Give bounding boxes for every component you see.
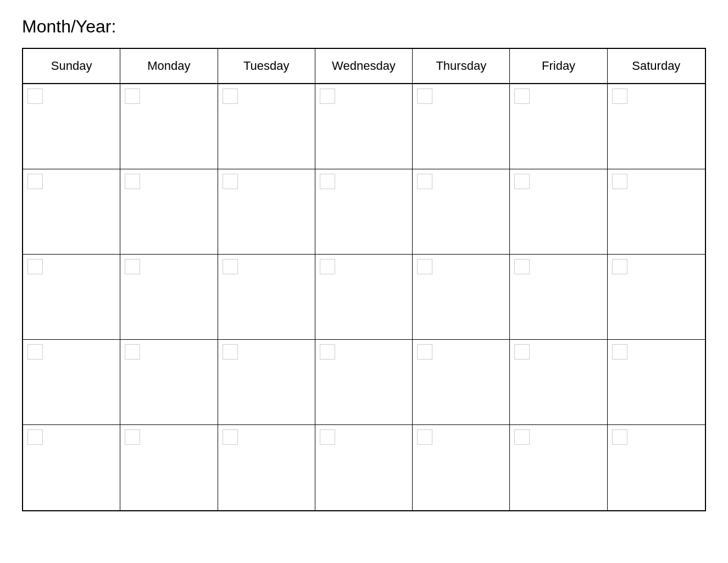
calendar-cell[interactable] <box>120 425 218 510</box>
calendar-cell[interactable] <box>413 84 510 169</box>
calendar-cell[interactable] <box>315 340 413 424</box>
date-box <box>223 89 238 104</box>
calendar-cell[interactable] <box>23 169 120 254</box>
date-box <box>223 344 238 360</box>
date-box <box>223 429 238 445</box>
date-box <box>417 344 432 360</box>
date-box <box>125 174 140 189</box>
date-box <box>320 89 335 104</box>
date-box <box>27 429 43 445</box>
date-box <box>417 174 432 189</box>
date-box <box>417 259 432 274</box>
date-box <box>320 429 335 445</box>
date-box <box>320 344 335 360</box>
date-box <box>514 174 530 189</box>
calendar: Sunday Monday Tuesday Wednesday Thursday… <box>22 48 706 511</box>
calendar-row <box>23 255 705 340</box>
date-box <box>417 429 432 445</box>
calendar-cell[interactable] <box>510 255 607 339</box>
date-box <box>125 89 140 104</box>
calendar-cell[interactable] <box>218 255 315 339</box>
calendar-cell[interactable] <box>608 425 705 510</box>
calendar-cell[interactable] <box>218 425 315 510</box>
date-box <box>612 259 627 274</box>
calendar-cell[interactable] <box>315 425 413 510</box>
calendar-row <box>23 84 705 169</box>
date-box <box>612 344 627 360</box>
calendar-cell[interactable] <box>413 425 510 510</box>
calendar-cell[interactable] <box>120 255 218 339</box>
date-box <box>223 174 238 189</box>
day-header-thursday: Thursday <box>413 49 510 83</box>
day-header-friday: Friday <box>510 49 607 83</box>
calendar-cell[interactable] <box>23 340 120 424</box>
day-header-tuesday: Tuesday <box>218 49 315 83</box>
date-box <box>514 429 530 445</box>
calendar-cell[interactable] <box>315 255 413 339</box>
date-box <box>223 259 238 274</box>
calendar-cell[interactable] <box>413 255 510 339</box>
date-box <box>514 344 530 360</box>
calendar-cell[interactable] <box>608 84 705 169</box>
calendar-cell[interactable] <box>608 255 705 339</box>
calendar-cell[interactable] <box>120 169 218 254</box>
date-box <box>27 259 43 274</box>
calendar-cell[interactable] <box>510 169 607 254</box>
date-box <box>320 259 335 274</box>
date-box <box>125 344 140 360</box>
date-box <box>612 174 627 189</box>
calendar-cell[interactable] <box>510 425 607 510</box>
calendar-cell[interactable] <box>608 340 705 424</box>
day-header-sunday: Sunday <box>23 49 120 83</box>
date-box <box>27 174 43 189</box>
calendar-cell[interactable] <box>23 255 120 339</box>
date-box <box>125 259 140 274</box>
calendar-cell[interactable] <box>413 340 510 424</box>
calendar-cell[interactable] <box>608 169 705 254</box>
calendar-cell[interactable] <box>218 340 315 424</box>
calendar-cell[interactable] <box>23 425 120 510</box>
calendar-cell[interactable] <box>413 169 510 254</box>
day-header-monday: Monday <box>120 49 218 83</box>
day-header-wednesday: Wednesday <box>315 49 413 83</box>
calendar-cell[interactable] <box>315 169 413 254</box>
calendar-header: Sunday Monday Tuesday Wednesday Thursday… <box>23 49 705 84</box>
calendar-body <box>23 84 705 510</box>
date-box <box>125 429 140 445</box>
calendar-cell[interactable] <box>510 84 607 169</box>
calendar-cell[interactable] <box>218 169 315 254</box>
date-box <box>514 259 530 274</box>
calendar-row <box>23 169 705 255</box>
calendar-cell[interactable] <box>315 84 413 169</box>
calendar-row <box>23 425 705 510</box>
calendar-cell[interactable] <box>120 84 218 169</box>
date-box <box>612 89 627 104</box>
page-title: Month/Year: <box>22 16 706 37</box>
calendar-cell[interactable] <box>510 340 607 424</box>
date-box <box>320 174 335 189</box>
calendar-row <box>23 340 705 425</box>
calendar-cell[interactable] <box>23 84 120 169</box>
date-box <box>27 89 43 104</box>
day-header-saturday: Saturday <box>608 49 705 83</box>
calendar-cell[interactable] <box>120 340 218 424</box>
date-box <box>514 89 530 104</box>
date-box <box>612 429 627 445</box>
calendar-cell[interactable] <box>218 84 315 169</box>
date-box <box>27 344 43 360</box>
date-box <box>417 89 432 104</box>
